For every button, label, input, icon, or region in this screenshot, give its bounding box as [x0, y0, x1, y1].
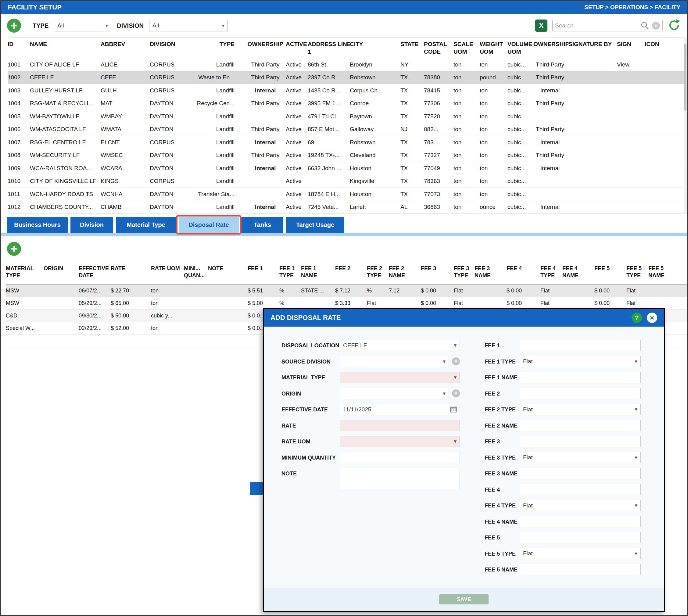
fee-4-name-label: FEE 4 NAME — [485, 519, 517, 525]
rate-uom-select[interactable]: ▾ — [340, 436, 460, 447]
facility-row[interactable]: 1010CITY OF KINGSVILLE LFKINGSCORPUSLand… — [8, 175, 684, 188]
cell-name: RSG-MAT & RECYCLI... — [30, 100, 101, 107]
tab-target-usage[interactable]: Target Usage — [286, 217, 344, 233]
tab-material-type[interactable]: Material Type — [116, 217, 176, 233]
cell-rate: $ 52.00 — [111, 325, 151, 331]
cell-state: TX — [400, 191, 424, 198]
fee-4-input[interactable] — [520, 484, 641, 495]
toolbar: + TYPE All ▾ DIVISION All ▾ X ✕ — [1, 14, 687, 38]
fee-2-name-input[interactable] — [520, 420, 641, 431]
cell-address: 7245 Vete... — [308, 204, 350, 211]
disposal-row[interactable]: MSW06/07/2...$ 22.70ton$ 5.51%STATE ...$… — [6, 285, 687, 297]
minimum-quantity-input[interactable] — [340, 452, 460, 463]
scrollbar-thumb[interactable] — [684, 44, 686, 111]
column-header-state: STATE — [400, 38, 424, 58]
close-icon[interactable]: ✕ — [647, 313, 657, 323]
origin-label: ORIGIN — [282, 391, 301, 397]
facility-row[interactable]: 1006WM-ATASCOCITA LFWMATADAYTONLandfillT… — [8, 123, 684, 136]
origin-select[interactable]: ▾ — [340, 388, 449, 399]
fee-1-name-input[interactable] — [520, 372, 641, 383]
fee-5-name-input[interactable] — [520, 564, 641, 575]
tab-disposal-rate[interactable]: Disposal Rate — [179, 217, 239, 233]
dialog-title: ADD DISPOSAL RATE — [270, 314, 631, 322]
view-sign-link[interactable]: View — [617, 61, 629, 68]
cell-name: GULLEY HURST LF — [30, 87, 101, 94]
cell-division: DAYTON — [150, 204, 190, 211]
column-header-sign: SIGN — [617, 38, 645, 58]
fee-2-type-select[interactable]: Flat▾ — [520, 404, 641, 415]
material-type-select[interactable]: ▾ — [340, 372, 460, 383]
fee-3-type-select[interactable]: Flat▾ — [520, 452, 641, 463]
facility-table-header: IDNAMEABBREVDIVISIONTYPEOWNERSHIPACTIVEA… — [8, 38, 684, 58]
help-icon[interactable]: ? — [631, 313, 642, 323]
fee-1-type-select[interactable]: Flat▾ — [520, 356, 641, 367]
facility-row[interactable]: 1005WM-BAYTOWN LFWMBAYDAYTONLandfillActi… — [8, 110, 684, 123]
dialog-footer: SAVE — [264, 588, 664, 611]
disposal-row[interactable]: MSW05/29/2...$ 65.00ton$ 5.00%$ 3.33Flat… — [6, 297, 687, 310]
facility-row[interactable]: 1003GULLEY HURST LFGULHCORPUSLandfillInt… — [8, 84, 684, 97]
cell-type: Landfill — [190, 87, 247, 94]
breadcrumb: SETUP > OPERATIONS > FACILITY — [584, 4, 680, 11]
vertical-scrollbar[interactable] — [684, 38, 687, 214]
tab-business-hours[interactable]: Business Hours — [7, 217, 68, 233]
column-header-note: NOTE — [208, 262, 248, 284]
excel-export-icon[interactable]: X — [535, 20, 548, 32]
facility-row[interactable]: 1007RSG-EL CENTRO LFELCNTCORPUSLandfillI… — [8, 136, 684, 149]
cell-weight_uom: ounce — [480, 204, 508, 211]
division-filter-select[interactable]: All ▾ — [149, 20, 228, 31]
search-input[interactable] — [555, 22, 638, 29]
search-icon[interactable] — [640, 21, 649, 30]
cell-weight_uom: ton — [480, 113, 508, 120]
tab-division[interactable]: Division — [70, 217, 113, 233]
calendar-icon[interactable] — [450, 406, 457, 412]
add-facility-button[interactable]: + — [7, 19, 21, 32]
cell-fee2_type: % — [367, 288, 389, 294]
cell-effective_date: 06/07/2... — [79, 288, 111, 294]
fee-2-input[interactable] — [520, 388, 641, 399]
add-disposal-rate-button[interactable]: + — [7, 242, 21, 256]
facility-row[interactable]: 1004RSG-MAT & RECYCLI...MATDAYTONRecycle… — [8, 97, 684, 110]
cell-weight_uom: ton — [480, 100, 508, 107]
cell-scale_uom: ton — [453, 204, 480, 211]
cell-postal: 77327 — [424, 152, 453, 159]
cell-fee4_type: Flat — [540, 288, 562, 294]
type-filter-select[interactable]: All ▾ — [54, 20, 111, 31]
cell-division: DAYTON — [150, 191, 190, 198]
facility-row[interactable]: 1011WCN-HARDY ROAD TSWCNHADAYTONTransfer… — [8, 188, 684, 201]
cell-ownership: Third Party — [247, 74, 286, 81]
fee-4-name-input[interactable] — [520, 516, 641, 527]
cell-ownership: Third Party — [247, 61, 286, 68]
tab-tanks[interactable]: Tanks — [242, 217, 283, 233]
source-division-clear-icon[interactable]: ✕ — [452, 357, 460, 365]
column-header-active: ACTIVE — [286, 38, 308, 58]
fee-4-type-select[interactable]: Flat▾ — [520, 500, 641, 511]
cell-type: Transfer Sta... — [190, 191, 247, 198]
save-button[interactable]: SAVE — [439, 594, 489, 604]
rate-input[interactable] — [340, 420, 460, 431]
note-textarea[interactable] — [340, 468, 460, 489]
fee-1-input[interactable] — [520, 340, 641, 351]
fee-4-type-label: FEE 4 TYPE — [485, 503, 516, 509]
fee-3-input[interactable] — [520, 436, 641, 447]
cell-fee1: $ 5.51 — [248, 288, 279, 294]
effective-date-input[interactable]: 11/11/2025 — [340, 404, 460, 415]
fee-3-name-input[interactable] — [520, 468, 641, 479]
refresh-icon[interactable] — [668, 18, 681, 33]
column-header-weight_uom: WEIGHTUOM — [480, 38, 508, 58]
fee-5-input[interactable] — [520, 532, 641, 543]
cell-city: Conroe — [350, 100, 400, 107]
origin-clear-icon[interactable]: ✕ — [452, 390, 460, 397]
cell-scale_uom: ton — [453, 178, 480, 184]
disposal-location-select[interactable]: CEFE LF▾ — [340, 340, 460, 351]
facility-row[interactable]: 1008WM-SECURITY LFWMSECDAYTONLandfillThi… — [8, 149, 684, 162]
clear-search-icon[interactable]: ✕ — [652, 22, 660, 29]
facility-row[interactable]: 1012CHAMBERS COUNTY...CHAMBDAYTONLandfil… — [8, 201, 684, 214]
source-division-select[interactable]: ▾ — [340, 356, 449, 367]
column-header-ownership: OWNERSHIP — [247, 38, 286, 58]
facility-row[interactable]: 1009WCA-RALSTON ROA...WCARADAYTONLandfil… — [8, 162, 684, 175]
cell-weight_uom: ton — [480, 152, 508, 159]
facility-row[interactable]: 1002CEFE LFCEFECORPUSWaste to En...Third… — [8, 71, 684, 85]
facility-row[interactable]: 1001CITY OF ALICE LFALICECORPUSLandfillT… — [8, 58, 684, 71]
column-header-material: MATERIALTYPE — [6, 262, 44, 284]
fee-5-type-select[interactable]: Flat▾ — [520, 548, 641, 559]
